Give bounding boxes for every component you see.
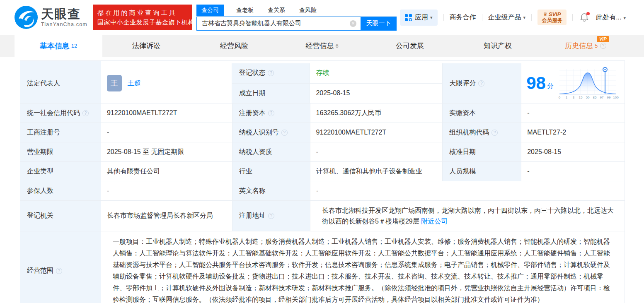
tab-legal-proceedings[interactable]: 法律诉讼 [102,35,190,57]
tab-intellectual-property[interactable]: 知识产权 [454,35,542,57]
legal-rep-label: 法定代表人 [20,63,101,103]
reg-status-value: 存续 [310,63,443,84]
search-tab-boss[interactable]: 查老板 [231,5,259,16]
svg-text:50: 50 [586,96,590,99]
help-icon[interactable] [268,70,274,76]
help-icon[interactable] [491,130,498,136]
tab-count: 12 [71,43,77,49]
insured-count-label: 参保人数 [20,181,101,201]
business-scope-label: 经营范围 [20,231,101,303]
tab-business-info[interactable]: 经营信息 6 [278,35,366,57]
score-unit: 分 [547,82,554,91]
search-input[interactable] [196,17,361,31]
divider [482,14,482,21]
table-row: 统一社会信用代码 91220100MAETLT272T 注册资本 163265.… [20,103,625,123]
reg-address-value: 长春市北湖科技开发区龙翔广场西南侧，龙湖大路以南，丙十四街以东，丙三十六路以北，… [310,201,625,231]
tianyancha-logo-icon [15,6,38,29]
notification-dot [586,12,590,15]
taxpayer-id-label: 纳税人识别号 [232,123,310,142]
taxpayer-quality-value: - [310,142,443,162]
vip-badge: VIP [597,36,609,42]
search-tab-relation[interactable]: 查关系 [263,5,290,16]
enterprise-products-link[interactable]: 企业级产品 [488,13,521,22]
crown-icon [543,11,547,17]
search-tab-risk[interactable]: 查风险 [294,5,322,16]
user-menu[interactable]: 此处有... [596,13,626,22]
svg-text:99: 99 [607,96,611,99]
taxpayer-quality-label: 纳税人资质 [232,142,310,162]
apps-menu[interactable]: 应用 [400,10,438,26]
help-icon[interactable] [82,110,89,116]
search-tab-company[interactable]: 查公司 [196,5,224,16]
slogan-line2: 国家中小企业发展子基金旗下机构 [97,17,188,27]
reg-number-label: 工商注册号 [20,123,101,142]
help-icon[interactable] [268,110,274,116]
score-value: 98 分 [521,63,625,103]
tab-basic-info[interactable]: 基本信息 12 [15,35,102,57]
table-row: 参保人数 - 英文名称 - [20,181,625,201]
tab-operation-risk[interactable]: 经营风险 [190,35,278,57]
table-row: 法定代表人 王 王超 登记状态 存续 成立日期 [20,63,625,103]
reg-number-value: - [101,123,232,142]
approval-date-label: 核准日期 [443,142,521,162]
table-row: 登记机关 长春市市场监督管理局长春新区分局 注册地址 长春市北湖科技开发区龙翔广… [20,201,625,231]
basic-info-table: 法定代表人 王 王超 登记状态 存续 成立日期 [20,60,625,303]
search-tabs: 查公司 查老板 查关系 查风险 [196,5,397,17]
industry-value: 计算机、通信和其他电子设备制造业 [310,162,443,181]
top-bar: 天眼查 TianYanCha.com 都在用的商业查询工具 国家中小企业发展子基… [0,0,644,35]
business-cooperation-link[interactable]: 商务合作 [450,13,476,22]
search-button[interactable]: 天眼一下 [361,17,397,31]
search-input-wrap [196,17,361,31]
business-scope-value: 一般项目：工业机器人制造；特殊作业机器人制造；服务消费机器人制造；工业机器人销售… [101,231,625,303]
credit-code-value: 91220100MAETLT272T [101,103,232,123]
avatar[interactable]: 王 [107,75,122,91]
staff-size-label: 人员规模 [443,162,521,181]
svg-text:100: 100 [613,96,619,99]
tab-company-development[interactable]: 公司发展 [366,35,454,57]
credit-code-label: 统一社会信用代码 [20,103,101,123]
help-icon[interactable] [268,213,274,219]
tianyancha-company-page: 天眼查 TianYanCha.com 都在用的商业查询工具 国家中小企业发展子基… [0,0,644,303]
header-right-nav: 应用 商务合作 企业级产品 SVIP 会员服务 [400,10,626,26]
reg-authority-label: 登记机关 [20,201,101,231]
reg-capital-label: 注册资本 [232,103,310,123]
english-name-value: - [310,181,625,201]
search-area: 查公司 查老板 查关系 查风险 天眼一下 [196,5,397,31]
company-type-value: 其他有限责任公司 [101,162,232,181]
svip-member-button[interactable]: SVIP 会员服务 [537,10,567,25]
brand-name: 天眼查 [41,7,87,21]
search-row: 天眼一下 [196,17,397,31]
svip-label: SVIP [549,11,561,17]
reg-authority-value: 长春市市场监督管理局长春新区分局 [101,201,232,231]
tab-count: 6 [335,43,338,49]
score-number: 98 [526,75,546,92]
section-tab-bar: 基本信息 12 法律诉讼 经营风险 经营信息 6 公司发展 知识产权 VIP 历… [0,35,644,57]
chevron-down-icon [430,15,433,20]
svg-text:3: 3 [573,96,575,99]
staff-size-value: - [521,162,625,181]
org-code-label: 组织机构代码 [443,123,521,142]
company-profile: 法定代表人 王 王超 登记状态 存续 成立日期 [0,60,644,303]
nearby-companies-link[interactable]: 附近公司 [421,218,448,225]
help-icon[interactable] [478,80,484,87]
help-icon[interactable] [56,268,62,274]
english-name-label: 英文名称 [232,181,310,201]
svg-text:1: 1 [566,96,568,99]
tab-history-info[interactable]: VIP 历史信息 5 [542,35,629,57]
clear-search-icon[interactable] [350,20,356,27]
svg-text:15: 15 [579,96,583,99]
table-row: 营业期限 2025-08-15 至 无固定期限 纳税人资质 - 核准日期 202… [20,142,625,162]
help-icon[interactable] [281,130,288,136]
divider [572,14,573,21]
business-term-value: 2025-08-15 至 无固定期限 [101,142,232,162]
svip-sublabel: 会员服务 [542,17,562,24]
divider [443,14,444,21]
help-icon[interactable] [600,43,606,49]
legal-rep-link[interactable]: 王超 [128,79,141,88]
company-type-label: 企业类型 [20,162,101,181]
svg-text:85: 85 [593,96,597,99]
apps-grid-icon [405,14,412,21]
table-row: 企业类型 其他有限责任公司 行业 计算机、通信和其他电子设备制造业 人员规模 - [20,162,625,181]
tianyancha-logo[interactable]: 天眼查 TianYanCha.com [15,6,87,29]
notifications-button[interactable] [580,13,588,22]
